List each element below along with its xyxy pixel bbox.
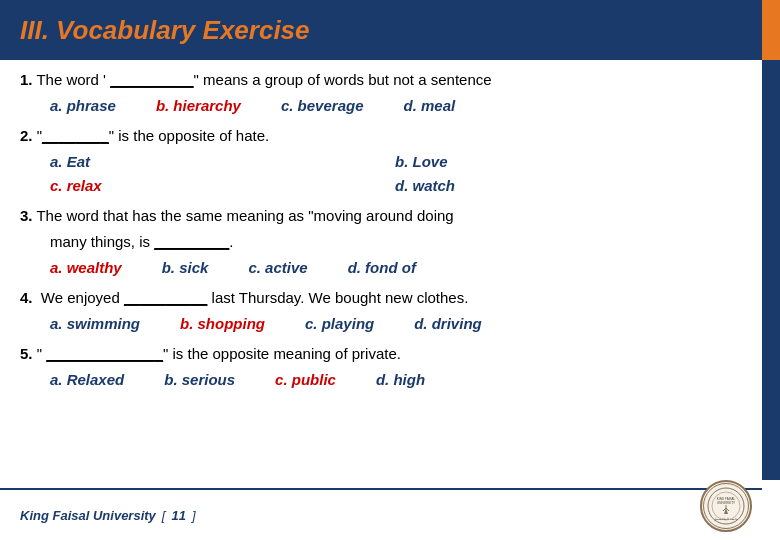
- question-3: 3. The word that has the same meaning as…: [20, 204, 740, 280]
- title-bar: III. Vocabulary Exercise: [0, 0, 762, 60]
- answer-1c: c. beverage: [281, 94, 364, 118]
- answer-4c: c. playing: [305, 312, 374, 336]
- footer-bracket-open: [: [162, 508, 166, 523]
- question-2-answers: a. Eat b. Love c. relax d. watch: [20, 150, 740, 198]
- question-1: 1. The word ' __________" means a group …: [20, 68, 740, 118]
- question-5-text: 5. " ______________" is the opposite mea…: [20, 342, 740, 366]
- footer-bracket-close: ]: [192, 508, 196, 523]
- question-1-answers: a. phrase b. hierarchy c. beverage d. me…: [20, 94, 740, 118]
- question-4-text: 4. We enjoyed __________ last Thursday. …: [20, 286, 740, 310]
- question-3-answers: a. wealthy b. sick c. active d. fond of: [20, 256, 740, 280]
- svg-text:UNIVERSITY: UNIVERSITY: [717, 501, 735, 505]
- university-seal: KING FAISAL UNIVERSITY جامعة الملك فيصل: [700, 480, 752, 532]
- footer: King Faisal University [ 11 ]: [0, 488, 762, 540]
- answer-4d: d. driving: [414, 312, 482, 336]
- answer-2d: d. watch: [395, 174, 740, 198]
- accent-bar-top: [762, 0, 780, 60]
- answer-2a: a. Eat: [50, 150, 395, 174]
- answer-5a: a. Relaxed: [50, 368, 124, 392]
- question-4-answers: a. swimming b. shopping c. playing d. dr…: [20, 312, 740, 336]
- seal-svg: KING FAISAL UNIVERSITY جامعة الملك فيصل: [706, 486, 746, 526]
- answer-3a: a. wealthy: [50, 256, 122, 280]
- answer-5d: d. high: [376, 368, 425, 392]
- question-3-text: 3. The word that has the same meaning as…: [20, 204, 740, 228]
- answer-2b: b. Love: [395, 150, 740, 174]
- page-title: III. Vocabulary Exercise: [20, 15, 310, 46]
- answer-1b: b. hierarchy: [156, 94, 241, 118]
- question-2: 2. "________" is the opposite of hate. a…: [20, 124, 740, 198]
- accent-bar-right: [762, 60, 780, 480]
- answer-3c: c. active: [248, 256, 307, 280]
- answer-5b: b. serious: [164, 368, 235, 392]
- answer-3d: d. fond of: [348, 256, 416, 280]
- answer-3b: b. sick: [162, 256, 209, 280]
- answer-5c: c. public: [275, 368, 336, 392]
- footer-university: King Faisal University: [20, 508, 156, 523]
- answer-4b: b. shopping: [180, 312, 265, 336]
- answer-2c: c. relax: [50, 174, 395, 198]
- question-4: 4. We enjoyed __________ last Thursday. …: [20, 286, 740, 336]
- answer-1a: a. phrase: [50, 94, 116, 118]
- answer-1d: d. meal: [403, 94, 455, 118]
- footer-page-number: 11: [171, 508, 185, 523]
- question-5: 5. " ______________" is the opposite mea…: [20, 342, 740, 392]
- question-1-text: 1. The word ' __________" means a group …: [20, 68, 740, 92]
- question-2-text: 2. "________" is the opposite of hate.: [20, 124, 740, 148]
- content-area: 1. The word ' __________" means a group …: [20, 68, 740, 480]
- question-5-answers: a. Relaxed b. serious c. public d. high: [20, 368, 740, 392]
- question-3-text2: many things, is _________.: [20, 230, 740, 254]
- page-container: III. Vocabulary Exercise 1. The word ' _…: [0, 0, 780, 540]
- svg-text:جامعة الملك فيصل: جامعة الملك فيصل: [714, 517, 738, 521]
- answer-4a: a. swimming: [50, 312, 140, 336]
